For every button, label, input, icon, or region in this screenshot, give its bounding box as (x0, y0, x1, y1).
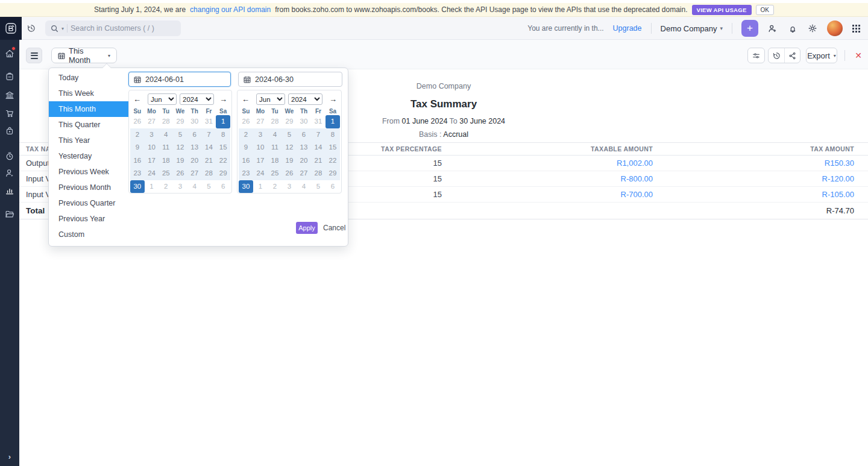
day-cell[interactable]: 26 (130, 115, 145, 128)
api-domain-link[interactable]: changing our API domain (190, 5, 271, 14)
tax-amount-link[interactable]: R-105.00 (653, 187, 868, 203)
day-cell[interactable]: 30 (239, 180, 253, 194)
day-cell[interactable]: 2 (239, 128, 253, 142)
day-cell[interactable]: 4 (297, 180, 311, 194)
day-cell[interactable]: 27 (297, 167, 311, 180)
global-search[interactable]: ▾ (45, 20, 181, 36)
day-cell[interactable]: 26 (282, 167, 297, 180)
sidebar-item-purchases[interactable] (0, 125, 19, 136)
taxable-amount-link[interactable]: R-700.00 (442, 187, 653, 203)
tax-amount-link[interactable]: R-120.00 (653, 171, 868, 187)
month-select[interactable]: Jun (148, 93, 177, 105)
day-cell[interactable]: 16 (239, 154, 253, 168)
reports-list-hamburger-button[interactable] (26, 48, 42, 63)
day-cell[interactable]: 29 (173, 115, 187, 128)
day-cell[interactable]: 29 (326, 167, 340, 180)
day-cell[interactable]: 12 (173, 141, 187, 154)
day-cell[interactable]: 30 (187, 115, 202, 128)
preset-previous-year[interactable]: Previous Year (49, 211, 128, 227)
day-cell[interactable]: 30 (130, 180, 145, 194)
date-range-button[interactable]: This Month ▾ (51, 48, 117, 63)
notifications-bell-icon[interactable] (787, 23, 798, 34)
org-switcher[interactable]: Demo Company ▾ (661, 24, 723, 33)
day-cell[interactable]: 30 (297, 115, 311, 128)
day-cell[interactable]: 3 (173, 180, 187, 194)
day-cell[interactable]: 12 (282, 141, 297, 154)
day-cell[interactable]: 2 (159, 180, 173, 194)
day-cell[interactable]: 8 (216, 128, 230, 142)
day-cell[interactable]: 8 (326, 128, 340, 142)
day-cell[interactable]: 25 (268, 167, 282, 180)
day-cell[interactable]: 26 (173, 167, 187, 180)
day-cell[interactable]: 19 (173, 154, 187, 168)
day-cell[interactable]: 1 (216, 115, 230, 128)
search-input[interactable] (71, 24, 161, 33)
preset-custom[interactable]: Custom (49, 227, 128, 242)
day-cell[interactable]: 1 (253, 180, 268, 194)
customize-report-button[interactable] (747, 48, 765, 63)
day-cell[interactable]: 6 (326, 180, 340, 194)
day-cell[interactable]: 5 (311, 180, 326, 194)
preset-today[interactable]: Today (49, 70, 128, 86)
day-cell[interactable]: 6 (297, 128, 311, 142)
preset-this-month[interactable]: This Month (49, 101, 128, 117)
day-cell[interactable]: 7 (202, 128, 216, 142)
close-report-button[interactable]: ✕ (852, 48, 865, 63)
sidebar-expand-chevron-icon[interactable]: › (0, 452, 19, 461)
day-cell[interactable]: 11 (268, 141, 282, 154)
day-cell[interactable]: 28 (159, 115, 173, 128)
day-cell[interactable]: 6 (216, 180, 230, 194)
day-cell[interactable]: 1 (326, 115, 340, 128)
start-date-field[interactable] (145, 75, 212, 84)
day-cell[interactable]: 4 (268, 128, 282, 142)
sidebar-item-documents[interactable] (0, 209, 19, 219)
day-cell[interactable]: 27 (187, 167, 202, 180)
avatar[interactable] (827, 20, 843, 36)
prev-month-arrow-icon[interactable]: ← (133, 95, 141, 103)
end-date-input[interactable] (238, 72, 342, 87)
preset-yesterday[interactable]: Yesterday (49, 148, 128, 164)
month-select[interactable]: Jun (256, 93, 285, 105)
preset-this-quarter[interactable]: This Quarter (49, 117, 128, 133)
day-cell[interactable]: 24 (253, 167, 268, 180)
prev-month-arrow-icon[interactable]: ← (242, 95, 250, 103)
day-cell[interactable]: 4 (159, 128, 173, 142)
day-cell[interactable]: 17 (253, 154, 268, 168)
day-cell[interactable]: 31 (311, 115, 326, 128)
day-cell[interactable]: 3 (145, 128, 159, 142)
day-cell[interactable]: 14 (311, 141, 326, 154)
day-cell[interactable]: 16 (130, 154, 145, 168)
day-cell[interactable]: 18 (268, 154, 282, 168)
day-cell[interactable]: 31 (202, 115, 216, 128)
next-month-arrow-icon[interactable]: → (219, 95, 227, 103)
view-api-usage-button[interactable]: VIEW API USAGE (692, 5, 752, 15)
day-cell[interactable]: 13 (297, 141, 311, 154)
taxable-amount-link[interactable]: R-800.00 (442, 171, 653, 187)
referral-users-icon[interactable] (767, 23, 778, 34)
sidebar-item-sales[interactable] (0, 108, 19, 119)
year-select[interactable]: 2024 (180, 93, 214, 105)
day-cell[interactable]: 7 (311, 128, 326, 142)
day-cell[interactable]: 3 (253, 128, 268, 142)
day-cell[interactable]: 9 (239, 141, 253, 154)
schedule-report-button[interactable] (769, 48, 784, 63)
day-cell[interactable]: 28 (311, 167, 326, 180)
taxable-amount-link[interactable]: R1,002.00 (442, 156, 653, 171)
day-cell[interactable]: 6 (187, 128, 202, 142)
preset-previous-month[interactable]: Previous Month (49, 180, 128, 195)
day-cell[interactable]: 19 (282, 154, 297, 168)
year-select[interactable]: 2024 (288, 93, 322, 105)
day-cell[interactable]: 2 (268, 180, 282, 194)
sidebar-item-items[interactable] (0, 71, 19, 82)
ok-button[interactable]: OK (756, 5, 774, 15)
recent-history-icon[interactable] (27, 24, 36, 33)
next-month-arrow-icon[interactable]: → (329, 95, 337, 103)
day-cell[interactable]: 15 (216, 141, 230, 154)
export-button[interactable]: Export ▾ (806, 48, 837, 63)
start-date-input[interactable] (128, 72, 231, 87)
day-cell[interactable]: 23 (130, 167, 145, 180)
apps-grid-icon[interactable] (852, 24, 861, 33)
day-cell[interactable]: 15 (326, 141, 340, 154)
zoho-books-logo[interactable] (0, 17, 22, 40)
cancel-button[interactable]: Cancel (323, 224, 345, 232)
